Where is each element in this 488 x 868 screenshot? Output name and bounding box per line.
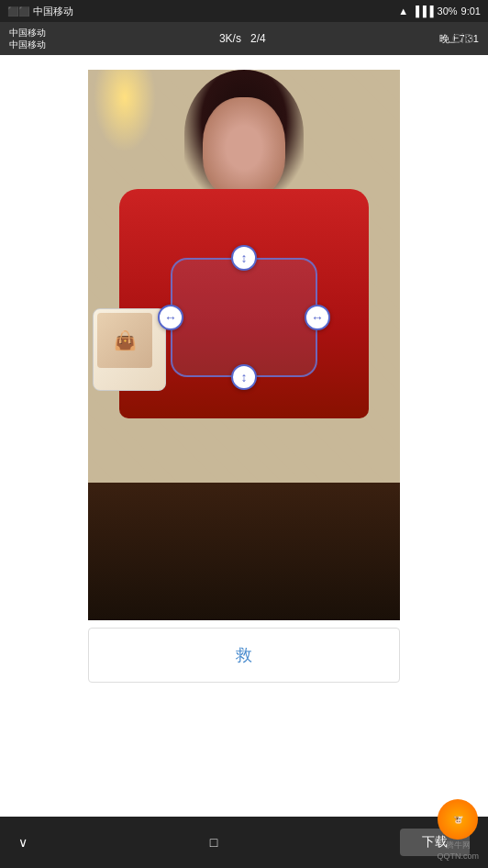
cid-watermark: CiD [452, 31, 473, 46]
battery-percent: 30% [438, 6, 458, 17]
carrier-info: 中国移动 中国移动 [9, 27, 46, 50]
carrier-name: 中国移动 [33, 5, 73, 18]
crop-handle-left[interactable]: ↔ [158, 305, 183, 330]
crop-box[interactable] [171, 258, 317, 377]
home-icon: □ [210, 835, 217, 850]
crop-handle-right[interactable]: ↔ [305, 305, 330, 330]
carrier-icon: ⬛⬛ [7, 6, 29, 17]
status-bar: ⬛⬛ 中国移动 ▲ ▐▐▐ 30% 9:01 [0, 0, 488, 22]
page-count: 2/4 [250, 32, 266, 45]
crop-handle-top-icon: ↕ [241, 250, 248, 265]
carrier-line2: 中国移动 [9, 39, 46, 50]
back-icon: ∨ [18, 835, 28, 850]
qqtn-site-text: 腾牛网 QQTN.com [437, 840, 479, 861]
qqtn-logo: 🐮 腾牛网 QQTN.com [437, 799, 479, 861]
qqtn-icon: 🐮 [438, 799, 478, 840]
wifi-icon: ▲ [398, 6, 408, 17]
crop-handle-left-icon: ↔ [164, 310, 177, 325]
clock: 9:01 [461, 6, 481, 17]
crop-handle-right-icon: ↔ [311, 310, 324, 325]
face-area [203, 97, 285, 198]
status-right: ▲ ▐▐▐ 30% 9:01 [398, 6, 481, 17]
back-button[interactable]: ∨ [18, 835, 28, 850]
status-left: ⬛⬛ 中国移动 [7, 5, 73, 18]
bottom-nav: ∨ □ 下载 🐮 腾牛网 QQTN.com [0, 817, 488, 868]
notification-bar: 中国移动 中国移动 3K/s 2/4 晚上7:31 [0, 22, 488, 55]
network-speed: 3K/s [219, 32, 241, 45]
crop-overlay[interactable]: ↕ ↕ ↔ ↔ [152, 239, 336, 395]
crop-handle-bottom[interactable]: ↕ [231, 364, 257, 390]
crop-handle-bottom-icon: ↕ [241, 370, 248, 384]
home-button[interactable]: □ [210, 835, 217, 850]
main-image-container: 👜 ↕ ↕ ↔ ↔ [88, 70, 400, 620]
lamp-area [88, 70, 161, 161]
signal-icon: ▐▐▐ [412, 6, 433, 17]
bottom-furniture [88, 483, 400, 620]
carrier-line1: 中国移动 [9, 27, 46, 39]
crop-handle-top[interactable]: ↕ [231, 245, 257, 271]
speed-info: 3K/s 2/4 [219, 32, 266, 45]
input-text-value: 救 [236, 644, 252, 666]
content-wrapper: 👜 ↕ ↕ ↔ ↔ [0, 55, 488, 868]
text-input-area[interactable]: 救 [88, 628, 400, 683]
